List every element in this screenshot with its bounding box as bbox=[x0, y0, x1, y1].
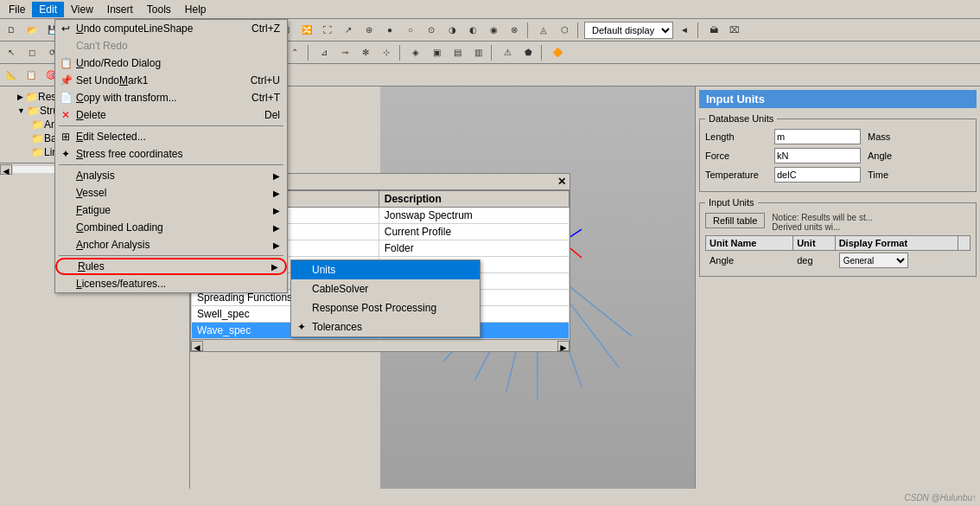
combined-label: Combined Loading bbox=[76, 221, 163, 234]
menu-item-fatigue[interactable]: Fatigue ▶ bbox=[55, 202, 287, 219]
undo-icon: ↩ bbox=[59, 22, 73, 35]
tb-icon-18[interactable]: ◑ bbox=[442, 21, 461, 40]
tb2-icon-23[interactable]: ⬟ bbox=[519, 43, 538, 62]
menu-view[interactable]: View bbox=[64, 2, 100, 17]
submenu-units[interactable]: Units bbox=[291, 260, 480, 279]
undo-label: Undo computeLineShape bbox=[76, 22, 193, 35]
new-file-btn[interactable]: 🗋 bbox=[2, 21, 21, 40]
tb3-icon-1[interactable]: 📐 bbox=[2, 66, 21, 85]
scroll-right-file[interactable]: ► bbox=[557, 341, 570, 351]
units-label: Units bbox=[312, 264, 335, 276]
tb2-icon-1[interactable]: ↖ bbox=[2, 43, 21, 62]
force-input[interactable] bbox=[774, 148, 861, 163]
menu-item-stress-free[interactable]: ✦ Stress free coordinates bbox=[55, 145, 287, 163]
tb-icon-26[interactable]: ⌧ bbox=[725, 21, 744, 40]
menu-help[interactable]: Help bbox=[178, 2, 213, 17]
delete-label: Delete bbox=[76, 109, 106, 121]
menu-tools[interactable]: Tools bbox=[140, 2, 178, 17]
expand-icon-structure[interactable]: ▼ bbox=[17, 106, 25, 115]
tb-icon-22[interactable]: ◬ bbox=[534, 21, 553, 40]
menu-item-copy-transform[interactable]: 📄 Copy with transform... Ctrl+T bbox=[55, 89, 287, 106]
tb2-icon-13[interactable]: ⌃ bbox=[285, 43, 304, 62]
menu-insert[interactable]: Insert bbox=[100, 2, 140, 17]
copy-transform-icon: 📄 bbox=[59, 92, 73, 104]
database-units-legend: Database Units bbox=[705, 113, 777, 124]
menu-item-combined-loading[interactable]: Combined Loading ▶ bbox=[55, 219, 287, 236]
tb2-icon-19[interactable]: ▣ bbox=[427, 43, 446, 62]
tb2-icon-20[interactable]: ▤ bbox=[448, 43, 467, 62]
rules-arrow-icon: ▶ bbox=[271, 262, 278, 272]
tb2-icon-2[interactable]: ◻ bbox=[22, 43, 41, 62]
tb-icon-15[interactable]: ● bbox=[380, 21, 399, 40]
refill-table-btn[interactable]: Refill table bbox=[705, 213, 765, 228]
units-table-row[interactable]: Angle deg General Fixed Scientific bbox=[706, 251, 970, 271]
tb-icon-20[interactable]: ◉ bbox=[484, 21, 503, 40]
tb-icon-11[interactable]: 🔀 bbox=[297, 21, 316, 40]
tb-icon-17[interactable]: ⊙ bbox=[422, 21, 441, 40]
tb-icon-12[interactable]: ⛶ bbox=[318, 21, 337, 40]
submenu-cable-solver[interactable]: CableSolver bbox=[291, 279, 480, 298]
mass-label: Mass bbox=[868, 131, 890, 142]
tb2-icon-14[interactable]: ⊿ bbox=[315, 43, 334, 62]
menu-file[interactable]: File bbox=[2, 2, 32, 17]
tb-icon-16[interactable]: ○ bbox=[401, 21, 420, 40]
tb-icon-21[interactable]: ⊗ bbox=[505, 21, 524, 40]
menu-item-delete[interactable]: ✕ Delete Del bbox=[55, 106, 287, 124]
cable-solver-label: CableSolver bbox=[312, 283, 368, 295]
tb-icon-23[interactable]: ⬡ bbox=[555, 21, 574, 40]
tb2-icon-22[interactable]: ⚠ bbox=[498, 43, 517, 62]
tb2-icon-16[interactable]: ✻ bbox=[356, 43, 375, 62]
length-label: Length bbox=[705, 131, 774, 142]
col-extra bbox=[958, 236, 970, 251]
tb2-icon-15[interactable]: ⊸ bbox=[335, 43, 354, 62]
menu-item-vessel[interactable]: Vessel ▶ bbox=[55, 184, 287, 202]
tolerances-icon: ✦ bbox=[295, 321, 309, 333]
tb2-icon-17[interactable]: ⊹ bbox=[377, 43, 396, 62]
h-scrollbar-file[interactable]: ◄ ► bbox=[191, 339, 570, 351]
format-select[interactable]: General Fixed Scientific bbox=[839, 253, 908, 268]
expand-icon-results[interactable]: ▶ bbox=[17, 93, 23, 101]
display-dropdown[interactable]: Default display bbox=[584, 22, 673, 39]
folder-icon-lineends: 📁 bbox=[31, 146, 44, 158]
tb-icon-25[interactable]: 🏔 bbox=[704, 21, 723, 40]
watermark: CSDN @Hulunbu↑ bbox=[904, 493, 977, 503]
extra-cell bbox=[958, 251, 970, 271]
menu-item-undomark[interactable]: 📌 Set UndoMark1 Ctrl+U bbox=[55, 72, 287, 89]
refill-row: Refill table Notice: Results will be st.… bbox=[705, 213, 970, 232]
tb-icon-14[interactable]: ⊛ bbox=[360, 21, 379, 40]
tb2-icon-18[interactable]: ◈ bbox=[406, 43, 425, 62]
tb2-sep-5 bbox=[308, 45, 311, 61]
scroll-left-btn[interactable]: ◄ bbox=[0, 164, 12, 175]
scroll-left-file[interactable]: ◄ bbox=[191, 341, 203, 351]
open-file-btn[interactable]: 📂 bbox=[22, 21, 41, 40]
menu-item-undo[interactable]: ↩ Undo computeLineShape Ctrl+Z bbox=[55, 20, 287, 37]
menu-item-rules[interactable]: Rules ▶ Units CableSolver Response Post … bbox=[55, 258, 287, 275]
submenu-response-post[interactable]: Response Post Processing bbox=[291, 298, 480, 317]
temp-input[interactable] bbox=[774, 167, 861, 183]
menu-item-licenses[interactable]: Licenses/features... bbox=[55, 275, 287, 292]
rules-label: Rules bbox=[78, 260, 105, 272]
menu-item-redo: Can't Redo bbox=[55, 37, 287, 54]
tb2-icon-21[interactable]: ▥ bbox=[468, 43, 487, 62]
folder-icon-results: 📁 bbox=[25, 91, 38, 103]
menu-item-analysis[interactable]: Analysis ▶ bbox=[55, 167, 287, 184]
vessel-label: Vessel bbox=[76, 187, 106, 199]
combined-arrow-icon: ▶ bbox=[273, 223, 280, 233]
submenu-tolerances[interactable]: ✦ Tolerances bbox=[291, 317, 480, 336]
menu-item-anchor-analysis[interactable]: Anchor Analysis ▶ bbox=[55, 236, 287, 253]
response-post-label: Response Post Processing bbox=[312, 302, 436, 314]
tb-icon-13[interactable]: ↗ bbox=[339, 21, 358, 40]
rules-submenu: Units CableSolver Response Post Processi… bbox=[290, 259, 480, 337]
tb3-icon-2[interactable]: 📋 bbox=[22, 66, 41, 85]
stress-free-label: Stress free coordinates bbox=[76, 148, 182, 160]
menu-item-undo-dialog[interactable]: 📋 Undo/Redo Dialog bbox=[55, 54, 287, 72]
tb-icon-24[interactable]: ◄ bbox=[675, 21, 694, 40]
length-input[interactable] bbox=[774, 129, 861, 144]
tb2-icon-24[interactable]: 🔶 bbox=[548, 43, 567, 62]
close-panel-btn[interactable]: ✕ bbox=[557, 176, 566, 188]
tb-icon-19[interactable]: ◐ bbox=[463, 21, 482, 40]
cell-desc: Folder bbox=[379, 240, 569, 257]
menu-edit[interactable]: Edit bbox=[32, 2, 64, 17]
panel-title: Input Units bbox=[699, 90, 977, 108]
menu-item-edit-selected[interactable]: ⊞ Edit Selected... bbox=[55, 128, 287, 145]
